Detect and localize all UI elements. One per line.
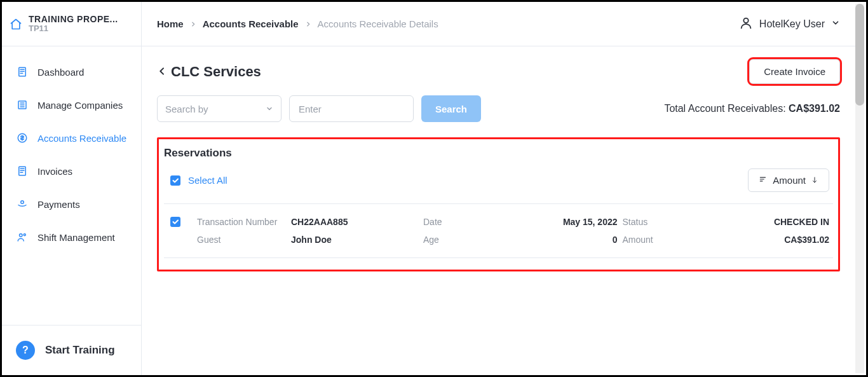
total-ar-label: Total Account Receivables:	[664, 103, 789, 114]
select-all-label: Select All	[188, 175, 227, 186]
total-ar-value: CA$391.02	[789, 103, 840, 114]
sidebar-nav: Dashboard Manage Companies Accounts Rece…	[2, 46, 141, 325]
sidebar-item-payments[interactable]: Payments	[2, 190, 141, 218]
breadcrumb-home[interactable]: Home	[157, 18, 184, 29]
sidebar-item-accounts-receivable[interactable]: Accounts Receivable	[2, 124, 141, 152]
arrow-down-icon	[811, 175, 818, 186]
txn-label: Transaction Number	[197, 217, 286, 227]
date-value: May 15, 2022	[505, 217, 618, 227]
sidebar-item-label: Shift Management	[37, 232, 115, 243]
brand-title: TRAINING PROPE...	[29, 15, 118, 24]
brand-subtitle: TP11	[29, 24, 118, 33]
main: Home Accounts Receivable Accounts Receiv…	[142, 2, 866, 375]
content: CLC Services Create Invoice Search by Se…	[142, 46, 855, 284]
ar-icon	[16, 132, 29, 144]
date-label: Date	[423, 217, 499, 227]
chevron-left-icon	[157, 64, 167, 80]
user-icon	[739, 16, 753, 32]
invoices-icon	[16, 165, 29, 177]
age-value: 0	[505, 235, 618, 245]
sidebar-item-shift-management[interactable]: Shift Management	[2, 223, 141, 251]
svg-point-7	[743, 18, 748, 22]
shift-icon	[16, 231, 29, 243]
chevron-down-icon	[266, 104, 273, 114]
sidebar-item-label: Manage Companies	[37, 100, 123, 111]
total-ar: Total Account Receivables: CA$391.02	[664, 103, 840, 114]
sidebar-item-label: Dashboard	[37, 67, 84, 78]
start-training-label: Start Training	[45, 344, 115, 357]
sort-amount-label: Amount	[773, 175, 806, 186]
row-checkbox[interactable]	[170, 217, 180, 227]
page-title-text: CLC Services	[171, 64, 261, 80]
user-name: HotelKey User	[759, 18, 825, 30]
txn-value: CH22AAA885	[291, 217, 418, 227]
sort-icon	[759, 175, 768, 186]
companies-icon	[16, 99, 29, 111]
search-by-select[interactable]: Search by	[157, 95, 281, 122]
status-value: CHECKED IN	[717, 217, 830, 227]
sidebar-item-manage-companies[interactable]: Manage Companies	[2, 91, 141, 119]
checkbox-checked-icon	[170, 175, 180, 186]
start-training[interactable]: ? Start Training	[2, 325, 141, 375]
search-button[interactable]: Search	[421, 95, 481, 122]
create-invoice-button[interactable]: Create Invoice	[749, 59, 840, 84]
scrollbar[interactable]	[855, 4, 864, 373]
chevron-down-icon	[831, 18, 840, 30]
sort-amount-button[interactable]: Amount	[748, 168, 829, 192]
breadcrumb: Home Accounts Receivable Accounts Receiv…	[157, 18, 438, 29]
page-title[interactable]: CLC Services	[157, 64, 261, 80]
scrollbar-thumb[interactable]	[855, 4, 864, 106]
topbar: Home Accounts Receivable Accounts Receiv…	[142, 2, 855, 46]
svg-point-4	[21, 201, 24, 204]
sidebar-item-label: Accounts Receivable	[37, 133, 126, 144]
svg-point-6	[24, 234, 25, 236]
guest-label: Guest	[197, 235, 286, 245]
search-by-placeholder: Search by	[165, 104, 208, 114]
guest-value: John Doe	[291, 235, 418, 245]
reservations-title: Reservations	[163, 139, 834, 168]
user-menu[interactable]: HotelKey User	[739, 16, 840, 32]
sidebar-item-label: Invoices	[37, 166, 72, 177]
sidebar-item-dashboard[interactable]: Dashboard	[2, 58, 141, 86]
reservation-row[interactable]: Transaction Number CH22AAA885 Date May 1…	[163, 204, 834, 257]
breadcrumb-ar[interactable]: Accounts Receivable	[203, 18, 299, 29]
amount-value: CA$391.02	[717, 235, 830, 245]
brand: TRAINING PROPE... TP11	[2, 2, 141, 46]
svg-point-5	[20, 234, 23, 237]
status-label: Status	[623, 217, 712, 227]
select-all[interactable]: Select All	[170, 175, 227, 186]
sidebar-item-invoices[interactable]: Invoices	[2, 157, 141, 185]
age-label: Age	[423, 235, 499, 245]
home-icon	[10, 18, 22, 31]
payments-icon	[16, 198, 29, 210]
chevron-right-icon	[305, 21, 311, 27]
reservations-section: Reservations Select All Amount	[157, 137, 840, 271]
dashboard-icon	[16, 65, 29, 78]
sidebar-item-label: Payments	[37, 199, 80, 210]
help-icon: ?	[16, 341, 35, 360]
sidebar: TRAINING PROPE... TP11 Dashboard Manage …	[2, 2, 142, 375]
amount-label: Amount	[623, 235, 712, 245]
search-input[interactable]	[289, 95, 414, 122]
breadcrumb-current: Accounts Receivable Details	[318, 18, 438, 29]
chevron-right-icon	[190, 21, 196, 27]
